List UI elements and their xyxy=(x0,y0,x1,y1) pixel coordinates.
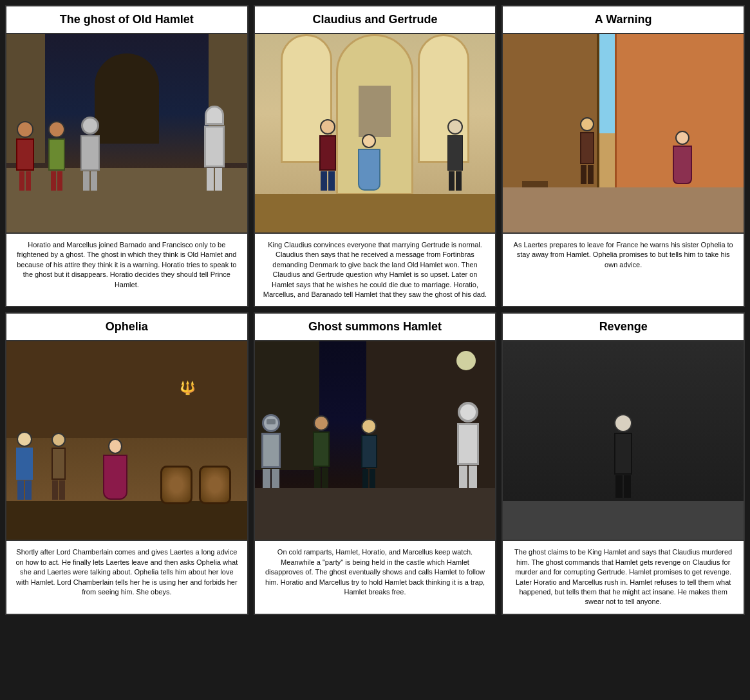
panel-4-image: 🔱 xyxy=(6,341,247,541)
panel-1-image xyxy=(6,34,247,234)
panel-3-text: As Laertes prepares to leave for France … xyxy=(503,234,744,306)
laertes-char xyxy=(580,117,594,184)
panel-3-title: A Warning xyxy=(503,6,744,34)
barrels xyxy=(160,466,234,504)
panel-5-title: Ghost summons Hamlet xyxy=(255,314,496,341)
panel-ghost-summons: Ghost summons Hamlet xyxy=(254,312,497,614)
panel-4-text: Shortly after Lord Chamberlain comes and… xyxy=(6,541,247,613)
panel-warning: A Warning As Laertes prepares to xyxy=(502,5,745,307)
ghost-armor xyxy=(457,402,479,488)
panel-5-image xyxy=(255,341,496,541)
panel-2-text: King Claudius convinces everyone that ma… xyxy=(255,234,496,306)
claudius-char xyxy=(319,119,336,191)
character-ghost xyxy=(204,106,225,191)
panel-1-title: The ghost of Old Hamlet xyxy=(6,6,247,34)
ghost-revenge xyxy=(614,414,632,498)
panel-4-title: Ophelia xyxy=(6,314,247,341)
character-3 xyxy=(80,117,100,191)
panel-claudius: Claudius and Gertrude xyxy=(254,5,497,307)
horatio-armored xyxy=(261,414,281,488)
barrel-1 xyxy=(160,466,192,504)
panel-6-title: Revenge xyxy=(503,314,744,341)
panel-6-image xyxy=(503,341,744,541)
floor-bg xyxy=(6,501,247,540)
wall-bg xyxy=(6,341,247,438)
panel-revenge: Revenge The ghost claims to be King Haml… xyxy=(502,312,745,614)
ophelia-char xyxy=(673,131,692,184)
throne-floor xyxy=(255,194,496,232)
storyboard: The ghost of Old Hamlet xyxy=(0,0,750,620)
lord-char xyxy=(16,431,33,500)
statue-base xyxy=(359,86,391,137)
panel-2-image xyxy=(255,34,496,234)
torch-icon: 🔱 xyxy=(180,380,196,395)
character-1 xyxy=(16,121,34,191)
marcellus-char xyxy=(361,419,377,488)
gertrude-char xyxy=(358,134,380,191)
laertes2-char xyxy=(52,433,66,500)
ground xyxy=(503,187,744,232)
panel-2-title: Claudius and Gertrude xyxy=(255,6,496,34)
ophelia2-char xyxy=(103,439,127,500)
castle-arch xyxy=(95,53,159,144)
hamlet-char xyxy=(313,415,330,488)
third-char xyxy=(447,119,463,191)
revenge-floor xyxy=(503,501,744,540)
panel-6-text: The ghost claims to be King Hamlet and s… xyxy=(503,541,744,613)
barrel-2 xyxy=(199,466,231,504)
rampart-floor xyxy=(255,488,496,540)
panel-5-text: On cold ramparts, Hamlet, Horatio, and M… xyxy=(255,541,496,613)
panel-3-image xyxy=(503,34,744,234)
panel-1-text: Horatio and Marcellus joined Barnado and… xyxy=(6,234,247,306)
panel-ophelia: Ophelia 🔱 xyxy=(5,312,248,614)
character-2 xyxy=(48,121,65,191)
panel-ghost-hamlet: The ghost of Old Hamlet xyxy=(5,5,248,307)
